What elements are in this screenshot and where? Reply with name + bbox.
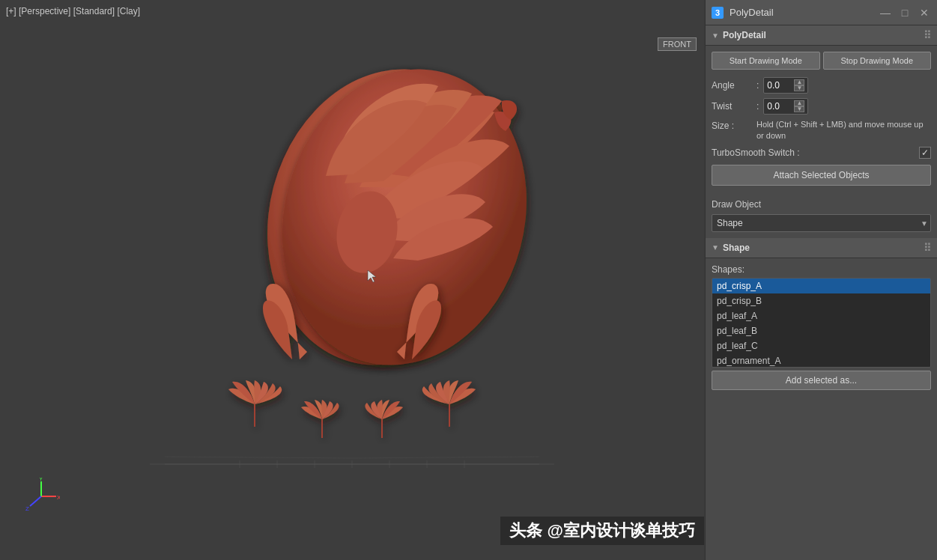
drawing-mode-buttons: Start Drawing Mode Stop Drawing Mode	[712, 52, 931, 70]
3d-ornament-render	[90, 37, 614, 472]
shape-item-pd_ornament_A[interactable]: pd_ornament_A	[712, 353, 930, 368]
svg-line-23	[30, 496, 41, 506]
svg-line-10	[165, 457, 352, 458]
twist-value-box[interactable]: 0.0 ▲ ▼	[763, 98, 808, 115]
svg-text:Y: Y	[39, 478, 43, 482]
twist-spinner[interactable]: ▲ ▼	[794, 100, 804, 112]
shape-item-pd_crisp_A[interactable]: pd_crisp_A	[712, 279, 930, 293]
svg-text:X: X	[57, 494, 60, 501]
angle-row: Angle : 0.0 ▲ ▼	[712, 77, 931, 94]
svg-line-11	[352, 457, 539, 458]
attach-selected-button[interactable]: Attach Selected Objects	[712, 165, 931, 186]
draw-object-row: Draw Object	[712, 199, 931, 210]
cursor	[366, 269, 377, 282]
angle-value: 0.0	[767, 80, 792, 91]
stop-drawing-button[interactable]: Stop Drawing Mode	[823, 52, 932, 70]
drag-handle-icon: ⠿	[924, 29, 931, 41]
viewport-label: [+] [Perspective] [Standard] [Clay]	[6, 6, 140, 16]
shape-drag-handle-icon: ⠿	[924, 242, 931, 254]
size-row: Size : Hold (Ctrl + Shift + LMB) and mov…	[712, 119, 931, 142]
draw-object-dropdown[interactable]: Shape Spline Mesh	[712, 214, 931, 232]
angle-value-box[interactable]: 0.0 ▲ ▼	[763, 77, 808, 94]
shapes-label: Shapes:	[712, 264, 931, 275]
twist-colon: :	[756, 101, 759, 112]
draw-object-section: Draw Object Shape Spline Mesh ▼	[706, 199, 937, 238]
shapes-list[interactable]: pd_crisp_Apd_crisp_Bpd_leaf_Apd_leaf_Bpd…	[712, 278, 931, 368]
panel-title: PolyDetail	[730, 7, 873, 18]
turbosmooth-label: TurboSmooth Switch :	[712, 147, 919, 158]
twist-down-btn[interactable]: ▼	[794, 106, 804, 112]
size-label: Size :	[712, 119, 756, 131]
section-collapse-arrow: ▼	[712, 31, 719, 40]
polydetail-panel: 3 PolyDetail — □ ✕ ▼ PolyDetail ⠿ Start …	[705, 0, 937, 560]
shape-item-pd_leaf_A[interactable]: pd_leaf_A	[712, 308, 930, 323]
draw-object-dropdown-wrapper: Shape Spline Mesh ▼	[712, 214, 931, 232]
panel-titlebar: 3 PolyDetail — □ ✕	[706, 0, 937, 25]
3d-viewport[interactable]: [+] [Perspective] [Standard] [Clay] FRON…	[0, 0, 704, 560]
twist-value: 0.0	[767, 101, 792, 112]
restore-button[interactable]: □	[898, 6, 912, 19]
angle-spinner[interactable]: ▲ ▼	[794, 79, 804, 91]
shape-section-arrow: ▼	[712, 243, 719, 252]
shape-section-header[interactable]: ▼ Shape ⠿	[706, 238, 937, 258]
twist-label: Twist	[712, 101, 756, 112]
view-direction-label: FRONT	[658, 37, 697, 51]
polydetail-section-label: PolyDetail	[723, 30, 766, 40]
shape-item-pd_leaf_C[interactable]: pd_leaf_C	[712, 338, 930, 353]
angle-colon: :	[756, 80, 759, 91]
shape-item-pd_crisp_B[interactable]: pd_crisp_B	[712, 293, 930, 308]
draw-object-label: Draw Object	[712, 199, 931, 210]
shape-item-pd_leaf_B[interactable]: pd_leaf_B	[712, 323, 930, 338]
polydetail-section-header[interactable]: ▼ PolyDetail ⠿	[706, 25, 937, 46]
turbosmooth-row: TurboSmooth Switch : ✓	[712, 147, 931, 159]
add-selected-button[interactable]: Add selected as...	[712, 371, 931, 390]
size-description: Hold (Ctrl + Shift + LMB) and move mouse…	[756, 119, 931, 142]
angle-label: Angle	[712, 80, 756, 91]
axis-indicator: X Y Z	[22, 478, 60, 515]
svg-text:Z: Z	[25, 505, 29, 512]
panel-icon: 3	[712, 7, 724, 19]
close-button[interactable]: ✕	[918, 6, 931, 19]
polydetail-section-content: Start Drawing Mode Stop Drawing Mode Ang…	[706, 46, 937, 199]
start-drawing-button[interactable]: Start Drawing Mode	[712, 52, 820, 70]
watermark: 头条 @室内设计谈单技巧	[500, 517, 704, 545]
shape-section-label: Shape	[723, 243, 750, 253]
minimize-button[interactable]: —	[879, 6, 892, 19]
turbosmooth-checkbox[interactable]: ✓	[919, 147, 931, 159]
angle-down-btn[interactable]: ▼	[794, 85, 804, 91]
twist-row: Twist : 0.0 ▲ ▼	[712, 98, 931, 115]
shape-section-content: Shapes: pd_crisp_Apd_crisp_Bpd_leaf_Apd_…	[706, 258, 937, 396]
